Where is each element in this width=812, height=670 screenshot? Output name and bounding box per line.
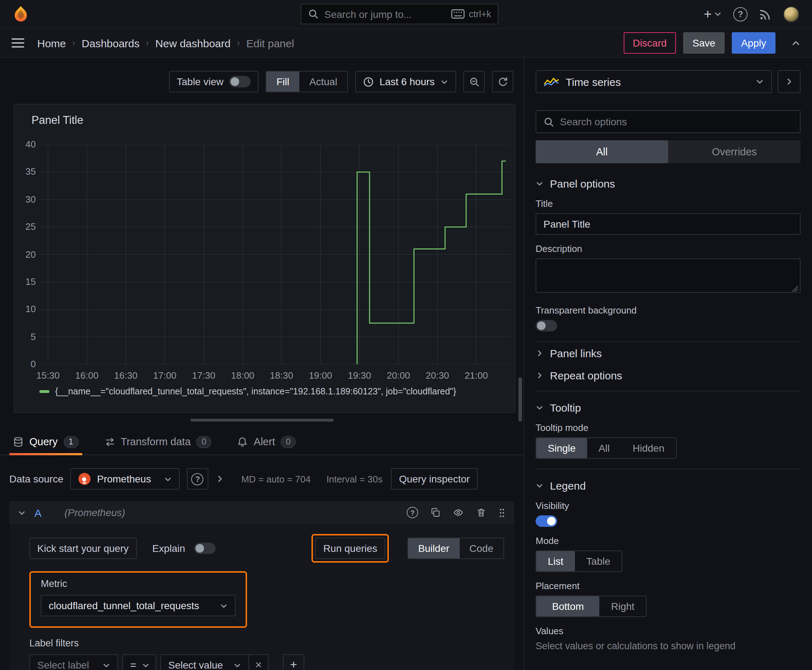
metric-value: cloudflared_tunnel_total_requests	[49, 600, 199, 611]
legend-swatch[interactable]	[39, 390, 49, 393]
clock-icon	[363, 76, 374, 87]
builder-option[interactable]: Builder	[408, 538, 459, 558]
horizontal-scrollbar[interactable]	[190, 419, 333, 421]
breadcrumb-dashboards[interactable]: Dashboards	[81, 37, 140, 49]
zoom-out-button[interactable]	[463, 71, 485, 92]
query-row-body: Kick start your query Explain Run querie…	[9, 524, 514, 670]
repeat-options-section[interactable]: Repeat options	[536, 364, 800, 387]
select-value-dropdown[interactable]: Select value	[161, 655, 249, 670]
tab-query[interactable]: Query 1	[9, 429, 82, 455]
breadcrumb-separator: ›	[237, 38, 240, 48]
description-field	[536, 259, 800, 295]
chevron-right-icon[interactable]	[215, 475, 224, 483]
query-row-actions: ?	[407, 507, 505, 518]
user-avatar[interactable]	[783, 6, 799, 22]
panel-preview: Panel Title 0510152025303540 15:3016:001…	[14, 104, 515, 413]
chevron-right-icon	[785, 77, 793, 86]
chevron-up-icon[interactable]	[791, 38, 800, 47]
query-row-header[interactable]: A (Prometheus) ?	[9, 501, 514, 524]
operator-dropdown[interactable]: =	[122, 654, 156, 670]
operator-value: =	[131, 659, 136, 670]
y-axis-tick-label: 10	[16, 304, 36, 315]
table-view-toggle[interactable]: Table view	[169, 71, 259, 92]
time-series-chart[interactable]	[39, 145, 510, 364]
panel-links-section[interactable]: Panel links	[536, 342, 800, 364]
tab-transform[interactable]: Transform data 0	[101, 429, 215, 455]
actual-option[interactable]: Actual	[299, 71, 347, 91]
options-search[interactable]	[536, 110, 800, 133]
panel-options-section-header[interactable]: Panel options	[536, 178, 800, 189]
panel-title[interactable]: Panel Title	[32, 114, 83, 127]
tooltip-section-header[interactable]: Tooltip	[536, 401, 800, 414]
tab-overrides[interactable]: Overrides	[668, 140, 800, 163]
tooltip-all-option[interactable]: All	[587, 438, 621, 458]
tab-alert[interactable]: Alert 0	[234, 429, 300, 455]
transparent-background-switch[interactable]	[536, 320, 557, 332]
collapse-options-button[interactable]	[778, 70, 800, 93]
add-filter-button[interactable]: +	[283, 654, 304, 670]
help-icon: ?	[192, 473, 204, 485]
kick-start-button[interactable]: Kick start your query	[29, 538, 136, 559]
run-queries-button[interactable]: Run queries	[315, 538, 385, 559]
tooltip-single-option[interactable]: Single	[536, 438, 587, 458]
apply-button[interactable]: Apply	[732, 32, 775, 54]
datasource-help-button[interactable]: ?	[187, 468, 209, 490]
vertical-scrollbar[interactable]	[519, 377, 522, 421]
code-option[interactable]: Code	[459, 538, 503, 558]
duplicate-icon[interactable]	[431, 508, 441, 518]
new-menu-button[interactable]: +	[704, 7, 722, 21]
legend-series-label[interactable]: {__name__="cloudflared_tunnel_total_requ…	[55, 387, 456, 397]
run-queries-highlight: Run queries	[312, 534, 389, 563]
drag-handle-icon[interactable]	[498, 507, 505, 518]
viz-type-picker[interactable]: Time series	[536, 70, 772, 93]
chevron-down-icon[interactable]	[18, 509, 26, 516]
metric-label: Metric	[41, 579, 236, 589]
placement-right-option[interactable]: Right	[600, 596, 646, 616]
query-ref-id[interactable]: A	[34, 506, 42, 519]
breadcrumb-new-dashboard[interactable]: New dashboard	[155, 37, 231, 49]
global-search[interactable]: Search or jump to... ctrl+k	[301, 3, 498, 24]
legend-visibility-switch[interactable]	[536, 515, 557, 527]
time-range-picker[interactable]: Last 6 hours	[355, 71, 456, 92]
options-search-input[interactable]	[560, 116, 793, 127]
grafana-edit-panel-app: Search or jump to... ctrl+k + ?	[0, 0, 812, 670]
grafana-logo-icon[interactable]	[12, 5, 30, 23]
mode-table-option[interactable]: Table	[575, 551, 622, 571]
save-button[interactable]: Save	[683, 32, 725, 54]
datasource-picker[interactable]: Prometheus	[71, 468, 180, 490]
query-inspector-button[interactable]: Query inspector	[391, 468, 478, 490]
explain-switch[interactable]	[194, 543, 215, 554]
help-button[interactable]: ?	[733, 7, 748, 21]
label-filter-row: Select label =	[29, 654, 504, 670]
chevron-down-icon	[234, 661, 241, 669]
hide-query-eye-icon[interactable]	[453, 508, 464, 518]
menu-toggle-icon[interactable]	[12, 38, 24, 48]
metric-select[interactable]: cloudflared_tunnel_total_requests	[41, 595, 236, 616]
refresh-button[interactable]	[492, 71, 514, 92]
remove-filter-icon[interactable]: ×	[249, 655, 268, 670]
chevron-down-icon	[220, 602, 228, 609]
mode-list-option[interactable]: List	[536, 551, 575, 571]
x-axis-tick-label: 21:00	[465, 370, 488, 381]
discard-button[interactable]: Discard	[623, 32, 676, 54]
y-axis-tick-label: 5	[16, 331, 36, 342]
table-view-switch[interactable]	[229, 76, 251, 87]
topnav-left	[0, 5, 301, 23]
select-label-dropdown[interactable]: Select label	[29, 654, 118, 670]
news-rss-icon[interactable]	[759, 7, 772, 20]
legend-section-header[interactable]: Legend	[536, 480, 800, 492]
y-axis-tick-label: 25	[16, 221, 36, 232]
delete-query-trash-icon[interactable]	[476, 508, 486, 518]
description-textarea[interactable]	[536, 259, 800, 293]
tooltip-hidden-option[interactable]: Hidden	[621, 438, 676, 458]
panel-title-input[interactable]	[536, 213, 800, 235]
repeat-options-label: Repeat options	[550, 369, 622, 382]
breadcrumb-home[interactable]: Home	[37, 37, 66, 49]
select-value-group: Select value ×	[160, 654, 268, 670]
query-help-icon[interactable]: ?	[407, 507, 418, 518]
placement-bottom-option[interactable]: Bottom	[536, 596, 600, 616]
tab-all[interactable]: All	[536, 140, 668, 163]
fill-option[interactable]: Fill	[266, 71, 299, 91]
x-axis-tick-label: 18:00	[231, 370, 254, 381]
transform-count-badge: 0	[197, 436, 212, 448]
